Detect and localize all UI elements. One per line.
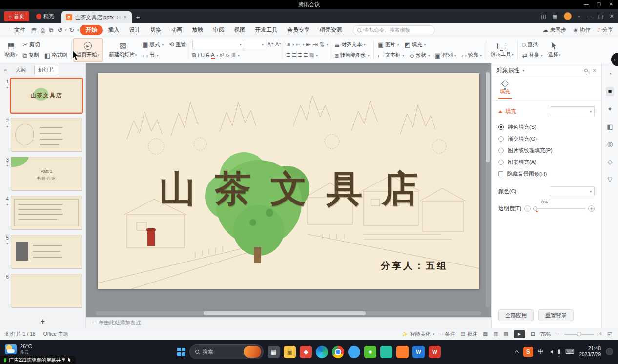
tab-close-icon[interactable] (124, 15, 127, 20)
arrange-button[interactable]: 排列 (433, 51, 458, 60)
redo-icon[interactable] (68, 26, 76, 34)
collapse-panel-icon[interactable]: « (4, 67, 7, 73)
home-tab[interactable]: 首页 (4, 11, 29, 21)
fill-button[interactable]: 填充 (403, 40, 428, 49)
slide-thumbnail-6[interactable]: 6 (2, 274, 82, 308)
app-icon-wechat[interactable] (364, 346, 376, 358)
more-panel-icon[interactable] (605, 175, 615, 184)
phonetic-icon[interactable] (231, 53, 236, 58)
new-slide-button[interactable]: 新建幻灯片 (106, 38, 140, 62)
view-sorter-icon[interactable] (493, 331, 498, 337)
comments-toggle-button[interactable]: 批注 (460, 331, 477, 338)
reset-background-button[interactable]: 重置背景 (538, 309, 574, 321)
current-slide[interactable]: 山茶文具店 分享人：五组 (98, 73, 479, 289)
slide-thumbnail-3[interactable]: 3 Part 1 书籍介绍 (2, 157, 82, 191)
transparency-decrease-button[interactable]: − (524, 205, 531, 212)
font-family-select[interactable] (192, 40, 244, 49)
cut-button[interactable]: 剪切 (21, 40, 42, 49)
ime-language-indicator[interactable]: 中 (538, 348, 543, 356)
speaker-icon[interactable] (548, 350, 553, 354)
apply-all-button[interactable]: 全部应用 (498, 309, 534, 321)
app-icon-blue-w[interactable] (412, 346, 425, 358)
new-tab-button[interactable] (136, 14, 140, 20)
slide-thumbnail-2[interactable]: 2 (2, 118, 82, 152)
present-tools-button[interactable]: 演示工具 (488, 38, 516, 62)
option-gradient-fill[interactable]: 渐变填充(G) (498, 133, 595, 144)
share-button[interactable]: 分享 (598, 26, 614, 34)
object-properties-panel-icon[interactable] (606, 87, 615, 96)
line-spacing-icon[interactable] (319, 41, 325, 48)
tab-pin-icon[interactable] (117, 15, 121, 20)
align-justify-icon[interactable] (304, 53, 308, 58)
undo-icon[interactable] (56, 26, 63, 34)
design-panel-icon[interactable] (604, 122, 615, 131)
slide-title[interactable]: 山茶文具店 (98, 165, 479, 214)
layout-button[interactable]: 版式 (140, 40, 165, 49)
fill-preset-select[interactable] (550, 106, 595, 116)
decrease-indent-icon[interactable] (306, 41, 311, 48)
tab-design[interactable]: 设计 (124, 25, 144, 35)
picture-button[interactable]: 图片 (376, 40, 401, 49)
align-center-icon[interactable] (292, 53, 296, 58)
transparency-slider[interactable] (534, 208, 585, 209)
fit-slide-icon[interactable] (531, 331, 535, 337)
section-button[interactable]: 节 (140, 51, 160, 60)
textbox-button[interactable]: 文本框 (376, 51, 406, 60)
taskbar-search-input[interactable]: 搜索 (189, 344, 264, 359)
numbering-icon[interactable] (296, 42, 301, 47)
decrease-font-icon[interactable] (275, 42, 282, 47)
zoom-out-icon[interactable] (556, 331, 559, 337)
option-picture-fill[interactable]: 图片或纹理填充(P) (498, 144, 595, 156)
panel-close-icon[interactable] (593, 68, 597, 73)
print-icon[interactable] (39, 26, 47, 34)
tab-slideshow[interactable]: 放映 (187, 25, 207, 35)
redo-caret-icon[interactable] (77, 28, 79, 32)
helper-panel-icon[interactable] (605, 140, 615, 149)
sync-status[interactable]: 未同步 (543, 26, 566, 34)
bullets-icon[interactable] (286, 42, 290, 47)
history-panel-icon[interactable] (606, 69, 615, 79)
option-pattern-fill[interactable]: 图案填充(A) (498, 156, 595, 168)
app-icon-teal[interactable] (380, 346, 392, 358)
view-reading-icon[interactable] (503, 331, 508, 337)
tab-insert[interactable]: 插入 (103, 25, 124, 35)
slide-thumbnail-4[interactable]: 4 (2, 196, 82, 230)
tab-review[interactable]: 审阅 (208, 25, 228, 35)
canvas-horizontal-scrollbar[interactable] (96, 311, 481, 315)
reset-button[interactable]: 重置 (167, 40, 188, 49)
copy-button[interactable]: 复制 (21, 51, 41, 60)
tab-docer-resources[interactable]: 稻壳资源 (315, 25, 346, 35)
italic-icon[interactable] (198, 53, 199, 58)
outline-button[interactable]: 轮廓 (459, 51, 484, 60)
window-close-icon[interactable] (610, 14, 614, 19)
zoom-level[interactable]: 75% (540, 331, 551, 337)
command-search-input[interactable]: 查找命令、搜索模板 (353, 25, 435, 35)
docer-tab[interactable]: 稻壳 (33, 11, 57, 21)
section-expand-icon[interactable] (498, 110, 502, 113)
increase-font-icon[interactable] (268, 42, 274, 47)
font-color-icon[interactable] (211, 52, 214, 59)
account-caret-icon[interactable] (578, 15, 580, 18)
fill-tab[interactable]: 填充 (498, 78, 512, 99)
shape-button[interactable]: 形状 (408, 51, 432, 60)
tab-animation[interactable]: 动画 (166, 25, 186, 35)
underline-icon[interactable] (201, 53, 205, 58)
document-tab[interactable]: P 山茶文具店.pptx (61, 11, 132, 23)
screen-share-indicator[interactable]: 广告221陈晓萌的屏幕共享 (0, 356, 76, 364)
window-minimize-icon[interactable] (586, 14, 592, 19)
find-button[interactable]: 查找 (520, 40, 539, 49)
meeting-minimize-icon[interactable] (584, 2, 589, 7)
option-solid-fill[interactable]: 纯色填充(S) (498, 121, 595, 133)
outline-tab[interactable]: 大纲 (12, 65, 29, 75)
align-text-button[interactable]: 对齐文本 (332, 40, 367, 49)
tab-view[interactable]: 视图 (229, 25, 249, 35)
app-icon-edge[interactable] (316, 346, 328, 358)
tab-devtools[interactable]: 开发工具 (250, 25, 282, 35)
clock-widget[interactable]: 21:48 2023/7/29 (579, 345, 601, 358)
increase-indent-icon[interactable] (312, 41, 318, 48)
presenter-text[interactable]: 分享人：五组 (381, 260, 448, 272)
effects-panel-icon[interactable] (605, 104, 615, 114)
app-icon-qq[interactable] (348, 346, 360, 358)
save-icon[interactable] (30, 26, 38, 34)
select-button[interactable]: 选择 (545, 38, 564, 62)
